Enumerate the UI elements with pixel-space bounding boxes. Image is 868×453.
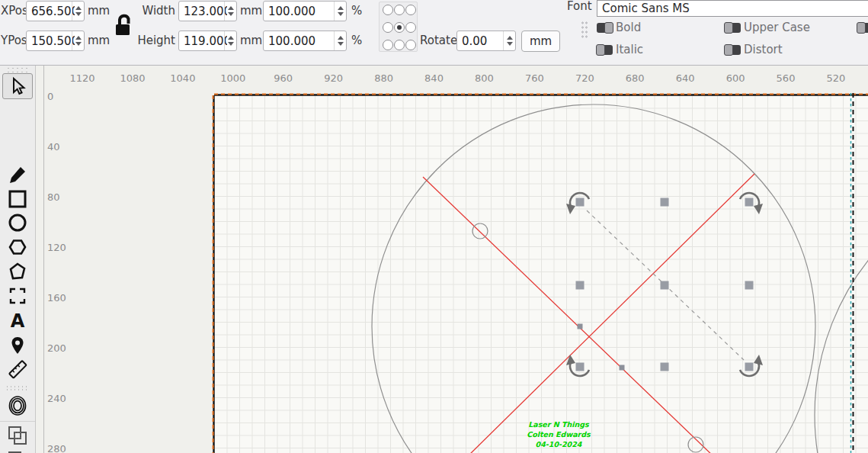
anchor-radio-2-1[interactable] <box>394 40 405 50</box>
ruler-left-label: 240 <box>47 393 66 404</box>
ruler-top-label: 880 <box>374 72 393 84</box>
units-mm-button[interactable]: mm <box>521 31 560 52</box>
rotate-input[interactable] <box>457 31 506 50</box>
xpos-spinner[interactable] <box>72 2 84 21</box>
polygon-icon <box>8 262 27 281</box>
tool-edit-nodes[interactable] <box>4 284 31 307</box>
top-toolbar: XPos mm YPos mm Width mm % Height <box>0 0 868 66</box>
ypos-spinner[interactable] <box>72 31 84 50</box>
toggle-label: Upper Case <box>744 22 810 34</box>
svg-text:A: A <box>11 311 25 331</box>
width-percent-unit: % <box>351 1 362 21</box>
rotate-input-wrap <box>456 31 516 51</box>
toggle-partial[interactable] <box>857 23 868 33</box>
ellipse-icon <box>8 213 27 233</box>
ruler-top-label: 800 <box>475 72 494 84</box>
height-label: Height <box>128 31 175 51</box>
tool-boolean-subtract[interactable] <box>4 449 31 453</box>
ruler-top-label: 1040 <box>170 72 195 84</box>
ypos-label: YPos <box>1 31 27 51</box>
tool-select[interactable] <box>2 73 33 99</box>
tool-boolean-union[interactable] <box>4 424 31 447</box>
toggle-knob <box>857 22 866 34</box>
ruler-top-label: 920 <box>324 72 343 84</box>
tool-measure[interactable] <box>4 358 31 381</box>
height-input-wrap <box>178 31 237 51</box>
ruler-top-label: 680 <box>626 72 645 84</box>
ruler-top-label: 840 <box>424 72 444 84</box>
width-percent-input[interactable] <box>264 2 337 21</box>
anchor-radio-1-0[interactable] <box>383 22 393 33</box>
xpos-input[interactable] <box>27 2 75 21</box>
anchor-radio-1-1[interactable] <box>394 22 405 33</box>
tool-polygon[interactable] <box>4 260 31 283</box>
ruler-top-label: 760 <box>525 72 544 84</box>
ruler-left-label: 40 <box>47 141 60 153</box>
select-arrow-icon <box>8 76 27 96</box>
width-label: Width <box>128 1 175 21</box>
ypos-unit: mm <box>88 31 110 51</box>
anchor-radio-0-2[interactable] <box>405 5 416 15</box>
toggle-italic[interactable] <box>597 45 613 55</box>
palette-separator-dots <box>5 385 30 390</box>
height-percent-input[interactable] <box>264 31 337 50</box>
width-percent-spinner[interactable] <box>334 2 346 21</box>
anchor-radio-2-0[interactable] <box>383 40 393 50</box>
height-unit: mm <box>240 31 262 51</box>
ruler-top-label: 1080 <box>120 72 145 84</box>
tool-offset-shapes[interactable] <box>4 394 31 417</box>
work-area-grid[interactable] <box>214 95 868 453</box>
toggle-label: Italic <box>616 44 643 56</box>
width-input[interactable] <box>179 2 227 21</box>
ruler-top-label: 520 <box>827 72 846 84</box>
toggle-label: Bold <box>616 22 641 34</box>
toggle-distort[interactable] <box>725 45 741 55</box>
toggle-knob <box>596 44 605 56</box>
tool-ellipse[interactable] <box>4 211 31 234</box>
height-percent-wrap <box>263 31 347 51</box>
height-spinner[interactable] <box>224 31 236 50</box>
height-input[interactable] <box>179 31 227 50</box>
toggle-knob <box>604 22 613 34</box>
toggle-bold[interactable] <box>597 23 613 33</box>
width-spinner[interactable] <box>224 2 236 21</box>
anchor-radio-0-1[interactable] <box>394 5 405 15</box>
ruler-top-label: 1000 <box>220 72 245 84</box>
height-percent-spinner[interactable] <box>334 31 346 50</box>
ruler-left-label: 160 <box>47 292 66 304</box>
hexagon-icon <box>8 237 27 257</box>
ruler-left-label: 120 <box>47 242 66 253</box>
ruler-top-label: 560 <box>777 72 796 84</box>
offset-rings-icon <box>7 394 28 417</box>
ruler-top-label: 720 <box>575 72 594 84</box>
tool-rectangle[interactable] <box>4 188 31 210</box>
ruler-top-label: 960 <box>274 72 293 84</box>
anchor-radio-0-0[interactable] <box>383 5 393 15</box>
ruler-left-label: 0 <box>47 91 53 102</box>
rotate-spinner[interactable] <box>503 31 515 50</box>
palette-separator-line <box>0 421 35 422</box>
tool-palette: A <box>0 65 36 453</box>
anchor-radio-1-2[interactable] <box>405 22 416 33</box>
tool-text[interactable]: A <box>4 310 31 333</box>
tool-draw-lines[interactable] <box>4 164 31 187</box>
ruler-top-label: 1120 <box>69 72 94 84</box>
map-pin-icon <box>8 336 27 355</box>
tool-hexagon[interactable] <box>4 236 31 259</box>
rectangle-icon <box>8 189 27 209</box>
font-label: Font <box>567 0 592 14</box>
toggle-knob <box>724 44 733 56</box>
rotate-label: Rotate <box>420 31 457 51</box>
toolbar-drag-grip[interactable] <box>581 21 588 39</box>
anchor-point-grid[interactable] <box>379 2 418 52</box>
ruler-top-label: 640 <box>676 72 695 84</box>
text-tool-icon: A <box>8 311 27 331</box>
ypos-input[interactable] <box>27 31 75 50</box>
palette-drag-grip[interactable] <box>6 66 29 73</box>
ruler-left-label: 280 <box>47 443 66 453</box>
design-canvas[interactable]: 1120108010401000960920880840800760720680… <box>35 65 868 453</box>
font-combobox[interactable]: Comic Sans MS <box>597 0 868 17</box>
tool-position-marker[interactable] <box>4 334 31 357</box>
toggle-upper-case[interactable] <box>725 23 741 33</box>
anchor-radio-2-2[interactable] <box>405 40 416 50</box>
